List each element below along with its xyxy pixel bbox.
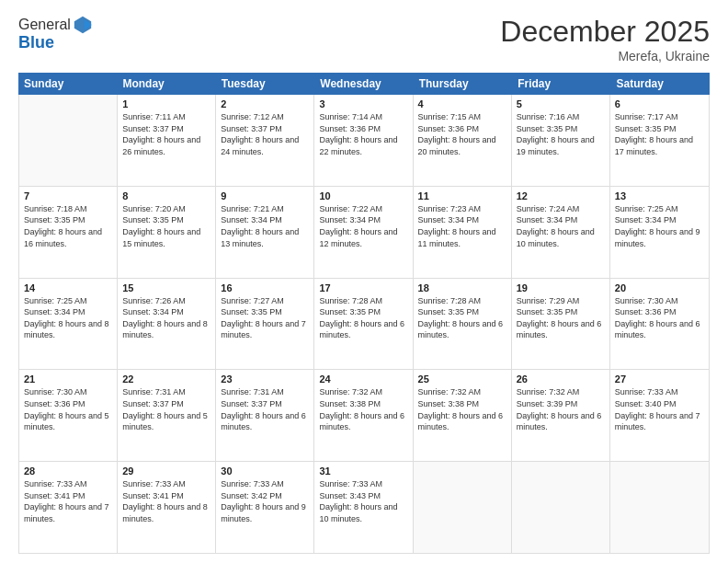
cell-day-number: 26 [517, 373, 605, 385]
cell-day-number: 1 [122, 98, 210, 109]
calendar-cell: 9Sunrise: 7:21 AMSunset: 3:34 PMDaylight… [216, 187, 314, 278]
calendar-cell: 20Sunrise: 7:30 AMSunset: 3:36 PMDayligh… [610, 279, 709, 370]
cell-day-number: 16 [221, 282, 309, 293]
cell-sun-info: Sunrise: 7:32 AMSunset: 3:39 PMDaylight:… [517, 386, 605, 432]
cell-day-number: 8 [122, 190, 210, 201]
calendar-header-day: Monday [117, 73, 215, 95]
calendar-cell: 3Sunrise: 7:14 AMSunset: 3:36 PMDaylight… [314, 95, 413, 186]
cell-sun-info: Sunrise: 7:33 AMSunset: 3:41 PMDaylight:… [24, 478, 112, 524]
cell-sun-info: Sunrise: 7:16 AMSunset: 3:35 PMDaylight:… [517, 111, 605, 157]
cell-day-number: 23 [221, 373, 309, 385]
cell-day-number: 2 [221, 98, 309, 109]
calendar-week-row: 1Sunrise: 7:11 AMSunset: 3:37 PMDaylight… [19, 95, 709, 187]
cell-day-number: 13 [615, 190, 704, 201]
cell-day-number: 19 [517, 282, 605, 293]
cell-day-number: 25 [418, 373, 506, 385]
cell-day-number: 22 [122, 373, 210, 385]
calendar-body: 1Sunrise: 7:11 AMSunset: 3:37 PMDaylight… [18, 95, 710, 554]
calendar-header-day: Wednesday [314, 73, 413, 95]
cell-sun-info: Sunrise: 7:32 AMSunset: 3:38 PMDaylight:… [319, 386, 407, 432]
cell-day-number: 10 [319, 190, 407, 201]
cell-sun-info: Sunrise: 7:20 AMSunset: 3:35 PMDaylight:… [122, 203, 210, 249]
cell-sun-info: Sunrise: 7:33 AMSunset: 3:43 PMDaylight:… [319, 478, 407, 524]
calendar-cell: 21Sunrise: 7:30 AMSunset: 3:36 PMDayligh… [19, 370, 118, 461]
cell-sun-info: Sunrise: 7:17 AMSunset: 3:35 PMDaylight:… [615, 111, 704, 157]
calendar-header-day: Friday [512, 73, 610, 95]
cell-day-number: 12 [517, 190, 605, 201]
cell-day-number: 28 [24, 465, 112, 477]
cell-day-number: 17 [319, 282, 407, 293]
cell-day-number: 9 [221, 190, 309, 201]
cell-sun-info: Sunrise: 7:26 AMSunset: 3:34 PMDaylight:… [122, 295, 210, 341]
calendar-cell: 13Sunrise: 7:25 AMSunset: 3:34 PMDayligh… [610, 187, 709, 278]
calendar-cell: 5Sunrise: 7:16 AMSunset: 3:35 PMDaylight… [512, 95, 610, 186]
calendar-header-day: Thursday [414, 73, 512, 95]
cell-sun-info: Sunrise: 7:22 AMSunset: 3:34 PMDaylight:… [319, 203, 407, 249]
calendar-cell [414, 462, 512, 553]
location: Merefa, Ukraine [500, 49, 710, 63]
cell-day-number: 6 [615, 98, 704, 109]
calendar-cell [19, 95, 118, 186]
calendar-week-row: 7Sunrise: 7:18 AMSunset: 3:35 PMDaylight… [19, 187, 709, 279]
month-title: December 2025 [500, 15, 710, 49]
calendar-cell: 8Sunrise: 7:20 AMSunset: 3:35 PMDaylight… [118, 187, 216, 278]
calendar-header-day: Tuesday [216, 73, 314, 95]
cell-sun-info: Sunrise: 7:23 AMSunset: 3:34 PMDaylight:… [418, 203, 506, 249]
cell-day-number: 14 [24, 282, 112, 293]
calendar-cell: 18Sunrise: 7:28 AMSunset: 3:35 PMDayligh… [414, 279, 512, 370]
cell-sun-info: Sunrise: 7:31 AMSunset: 3:37 PMDaylight:… [221, 386, 309, 432]
calendar-week-row: 14Sunrise: 7:25 AMSunset: 3:34 PMDayligh… [19, 279, 709, 371]
cell-day-number: 18 [418, 282, 506, 293]
cell-sun-info: Sunrise: 7:29 AMSunset: 3:35 PMDaylight:… [517, 295, 605, 341]
logo: General Blue [18, 15, 93, 52]
cell-day-number: 15 [122, 282, 210, 293]
calendar-cell: 7Sunrise: 7:18 AMSunset: 3:35 PMDaylight… [19, 187, 118, 278]
cell-sun-info: Sunrise: 7:12 AMSunset: 3:37 PMDaylight:… [221, 111, 309, 157]
calendar-cell: 2Sunrise: 7:12 AMSunset: 3:37 PMDaylight… [216, 95, 314, 186]
cell-sun-info: Sunrise: 7:21 AMSunset: 3:34 PMDaylight:… [221, 203, 309, 249]
calendar: SundayMondayTuesdayWednesdayThursdayFrid… [18, 73, 710, 554]
cell-sun-info: Sunrise: 7:25 AMSunset: 3:34 PMDaylight:… [615, 203, 704, 249]
calendar-cell: 11Sunrise: 7:23 AMSunset: 3:34 PMDayligh… [414, 187, 512, 278]
cell-sun-info: Sunrise: 7:18 AMSunset: 3:35 PMDaylight:… [24, 203, 112, 249]
calendar-cell: 16Sunrise: 7:27 AMSunset: 3:35 PMDayligh… [216, 279, 314, 370]
cell-sun-info: Sunrise: 7:25 AMSunset: 3:34 PMDaylight:… [24, 295, 112, 341]
calendar-cell: 15Sunrise: 7:26 AMSunset: 3:34 PMDayligh… [118, 279, 216, 370]
calendar-cell: 26Sunrise: 7:32 AMSunset: 3:39 PMDayligh… [512, 370, 610, 461]
cell-day-number: 7 [24, 190, 112, 201]
cell-day-number: 20 [615, 282, 704, 293]
calendar-cell: 25Sunrise: 7:32 AMSunset: 3:38 PMDayligh… [414, 370, 512, 461]
cell-day-number: 4 [418, 98, 506, 109]
calendar-cell: 6Sunrise: 7:17 AMSunset: 3:35 PMDaylight… [610, 95, 709, 186]
cell-sun-info: Sunrise: 7:32 AMSunset: 3:38 PMDaylight:… [418, 386, 506, 432]
calendar-cell: 23Sunrise: 7:31 AMSunset: 3:37 PMDayligh… [216, 370, 314, 461]
cell-day-number: 29 [122, 465, 210, 477]
cell-day-number: 3 [319, 98, 407, 109]
cell-sun-info: Sunrise: 7:33 AMSunset: 3:42 PMDaylight:… [221, 478, 309, 524]
calendar-cell: 22Sunrise: 7:31 AMSunset: 3:37 PMDayligh… [118, 370, 216, 461]
calendar-cell: 1Sunrise: 7:11 AMSunset: 3:37 PMDaylight… [118, 95, 216, 186]
calendar-header: SundayMondayTuesdayWednesdayThursdayFrid… [18, 73, 710, 95]
calendar-cell [610, 462, 709, 553]
cell-sun-info: Sunrise: 7:28 AMSunset: 3:35 PMDaylight:… [319, 295, 407, 341]
header: General Blue December 2025 Merefa, Ukrai… [18, 15, 710, 63]
calendar-cell: 12Sunrise: 7:24 AMSunset: 3:34 PMDayligh… [512, 187, 610, 278]
cell-day-number: 24 [319, 373, 407, 385]
calendar-cell: 24Sunrise: 7:32 AMSunset: 3:38 PMDayligh… [314, 370, 413, 461]
calendar-cell: 27Sunrise: 7:33 AMSunset: 3:40 PMDayligh… [610, 370, 709, 461]
cell-sun-info: Sunrise: 7:11 AMSunset: 3:37 PMDaylight:… [122, 111, 210, 157]
calendar-cell: 17Sunrise: 7:28 AMSunset: 3:35 PMDayligh… [314, 279, 413, 370]
calendar-cell: 31Sunrise: 7:33 AMSunset: 3:43 PMDayligh… [314, 462, 413, 553]
cell-sun-info: Sunrise: 7:31 AMSunset: 3:37 PMDaylight:… [122, 386, 210, 432]
page: General Blue December 2025 Merefa, Ukrai… [0, 0, 728, 563]
cell-day-number: 11 [418, 190, 506, 201]
cell-sun-info: Sunrise: 7:33 AMSunset: 3:40 PMDaylight:… [615, 386, 704, 432]
cell-day-number: 31 [319, 465, 407, 477]
calendar-week-row: 21Sunrise: 7:30 AMSunset: 3:36 PMDayligh… [19, 370, 709, 462]
cell-sun-info: Sunrise: 7:30 AMSunset: 3:36 PMDaylight:… [615, 295, 704, 341]
cell-sun-info: Sunrise: 7:30 AMSunset: 3:36 PMDaylight:… [24, 386, 112, 432]
calendar-cell: 28Sunrise: 7:33 AMSunset: 3:41 PMDayligh… [19, 462, 118, 553]
cell-sun-info: Sunrise: 7:28 AMSunset: 3:35 PMDaylight:… [418, 295, 506, 341]
logo-blue-text: Blue [18, 33, 93, 52]
calendar-cell [512, 462, 610, 553]
